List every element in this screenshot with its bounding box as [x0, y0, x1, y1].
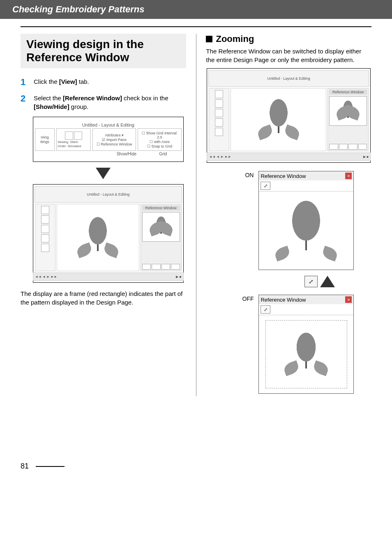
ribbon-cell2-l4: Simulator [67, 144, 81, 148]
tool-icon [41, 244, 49, 252]
toggle-arrow-group: ⤢ [267, 276, 371, 287]
app-body: Reference Window [35, 204, 182, 271]
app-window-title: Untitled - Layout & Editing [87, 192, 129, 196]
reference-window-title-on: Reference Window [261, 173, 306, 179]
step-1-number: 1 [21, 77, 28, 87]
reference-window-toolbar-on: ⤢ [259, 180, 353, 192]
ribbon-cell2-l2: Order [58, 144, 66, 148]
tulip-on [277, 198, 335, 263]
ribbon-cell2-labels: Sewing Stitch [58, 140, 90, 144]
ribbon-cell4-l1: ☐ Show Grid Interval: 2.5 [139, 131, 180, 139]
step-1-bold: [View] [59, 78, 77, 85]
ribbon-cell3-l3: ☐ Reference Window [94, 142, 135, 146]
reference-window-toolbar-off: ⤢ [259, 304, 353, 315]
ribbon-cell2-l1: Sewing [58, 140, 68, 144]
step-2-post: group. [69, 103, 89, 110]
tulip-off [286, 330, 326, 378]
ribbon-cell2-icons [58, 132, 90, 140]
reference-panel-title: Reference Window [142, 205, 180, 210]
section-title-line2: Reference Window [26, 51, 180, 64]
zoom-toggle-icon-standalone: ⤢ [309, 278, 314, 285]
app-reference-panel: Reference Window [141, 204, 182, 271]
ribbon-window-title: Untitled - Layout & Editing [82, 122, 134, 127]
ribbon-cell-settings: ming ttings [35, 128, 55, 151]
ribbon-cell-showhide: Attributes ▾ ☑ Import Pane ☐ Reference W… [92, 128, 136, 151]
off-state-row: OFF Reference Window × ⤢ [239, 295, 371, 394]
refpanel-btn [339, 144, 348, 150]
app-tool-sidebar-right [209, 88, 229, 151]
tool-icon [41, 234, 49, 242]
ribbon-screenshot-figure: Untitled - Layout & Editing ming ttings … [33, 117, 184, 162]
tool-icon [215, 128, 223, 136]
reference-window-off: Reference Window × ⤢ [258, 295, 354, 394]
refpanel-btn [142, 264, 151, 270]
tulip-mini-right [339, 99, 357, 122]
tool-icon [41, 215, 49, 224]
design-page-outline [265, 320, 348, 388]
down-arrow-icon [96, 168, 111, 179]
ribbon-cell2-labels2: Order Simulator [58, 144, 90, 148]
on-state-row: ON Reference Window × ⤢ [239, 171, 371, 270]
reference-panel-title-right: Reference Window [329, 90, 367, 95]
step-2-bold1: [Reference Window] [63, 95, 122, 102]
page-number: 81 [21, 462, 392, 471]
app-tool-sidebar [35, 204, 55, 271]
refpanel-btn [152, 264, 161, 270]
ribbon-bottom-showhide: Show/Hide [108, 152, 145, 156]
zoom-toggle-button: ⤢ [261, 182, 270, 190]
page-number-value: 81 [21, 462, 29, 470]
zoom-toggle-icon: ⤢ [264, 183, 267, 189]
ribbon-cell2-l3: Stitch [70, 140, 78, 144]
two-column-layout: Viewing design in the Reference Window 1… [0, 34, 392, 396]
tulip-mini [152, 215, 171, 238]
zooming-heading-text: Zooming [216, 34, 254, 44]
refpanel-btn [348, 144, 357, 150]
refpanel-btn [161, 264, 171, 270]
refpanel-btn [171, 264, 180, 270]
app-status-bar-right: ◄◄ ◄ ► ►►▶ ■ [207, 152, 371, 161]
app-screenshot-figure-right: Untitled - Layout & Editing Reference Wi… [207, 68, 371, 163]
reference-mini-preview [142, 212, 180, 242]
app-status-bar: ◄◄ ◄ ► ►►▶ ■ [33, 272, 184, 281]
tool-icon [215, 90, 223, 98]
zoom-toggle-button-standalone: ⤢ [304, 276, 318, 287]
app-header-right: Untitled - Layout & Editing [208, 70, 369, 87]
reference-window-on: Reference Window × ⤢ [258, 171, 354, 270]
reference-window-body-on [259, 192, 353, 270]
tulip-design-preview-right [260, 97, 297, 142]
step-2-text: Select the [Reference Window] check box … [34, 94, 186, 111]
close-icon: × [345, 173, 352, 179]
on-label: ON [239, 171, 254, 178]
refpanel-btn [329, 144, 338, 150]
reference-panel-buttons [142, 264, 180, 270]
sewing-order-icon [65, 132, 73, 140]
app-design-canvas-right [231, 88, 326, 151]
reference-window-title-off: Reference Window [261, 297, 306, 303]
ribbon-group-labels: Show/Hide Grid [35, 152, 182, 156]
ribbon-cell3-l2: ☑ Import Pane [94, 138, 135, 142]
close-icon: × [345, 296, 352, 303]
reference-panel-buttons-right [329, 144, 367, 150]
page-header: Checking Embroidery Patterns [0, 0, 392, 19]
app-window-title-right: Untitled - Layout & Editing [267, 76, 310, 81]
off-label: OFF [239, 295, 254, 302]
after-figure-text: The display are a frame (red rectangle) … [21, 289, 184, 307]
tool-icon [41, 206, 49, 214]
app-body-right: Reference Window [209, 88, 369, 151]
ribbon-cell1-l2: ttings [36, 140, 53, 144]
tulip-design-preview [79, 215, 116, 260]
ribbon-bottom-grid: Grid [145, 152, 181, 156]
step-1-text: Click the [View] tab. [34, 77, 186, 87]
ribbon-cell1-l1: ming [36, 135, 53, 139]
tool-icon [41, 225, 49, 233]
toggle-arrow-pair: ⤢ [304, 276, 335, 287]
tool-icon [215, 99, 223, 108]
up-arrow-icon [320, 276, 335, 287]
column-divider [196, 34, 196, 396]
section-title-box: Viewing design in the Reference Window [21, 34, 186, 68]
step-1-post: tab. [77, 78, 89, 85]
step-2-pre: Select the [34, 95, 63, 102]
zoom-toggle-button-off: ⤢ [261, 305, 270, 314]
step-1: 1 Click the [View] tab. [21, 77, 186, 87]
zooming-subheading: Zooming [206, 34, 371, 44]
